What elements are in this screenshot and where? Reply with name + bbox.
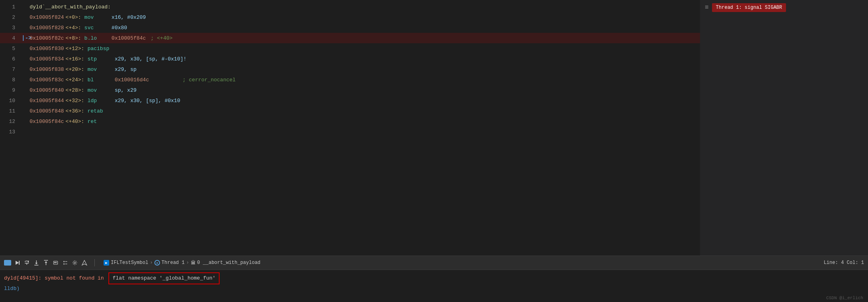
offset-8: <+24>: — [66, 77, 84, 83]
step-over-button[interactable] — [22, 258, 31, 267]
offset-7: <+20>: — [66, 66, 84, 72]
offset-3: <+4>: — [66, 25, 81, 31]
svg-marker-0 — [16, 261, 19, 265]
code-line-6: 6 0x10005f834 <+16>: stp x29, x30, [sp, … — [0, 54, 700, 64]
continue-button[interactable] — [13, 258, 22, 267]
offset-12: <+40>: — [66, 119, 84, 125]
line-num-3: 3 — [3, 25, 15, 31]
svg-point-15 — [64, 264, 65, 265]
operand-4: 0x10005f84c — [112, 35, 146, 41]
code-line-12: 12 0x10005f84c <+40>: ret — [0, 116, 700, 127]
mnemonic-6: stp — [88, 56, 112, 62]
arrow-4: |-> — [22, 35, 30, 41]
mnemonic-11: retab — [88, 108, 112, 114]
location-button[interactable] — [80, 258, 89, 267]
offset-11: <+36>: — [66, 108, 84, 114]
settings-button[interactable] — [70, 258, 79, 267]
code-panel[interactable]: 1 dyld`__abort_with_payload: 2 0x10005f8… — [0, 0, 700, 256]
offset-2: <+0>: — [66, 14, 81, 20]
step-out-button[interactable] — [42, 258, 50, 267]
code-line-8: 8 0x10005f83c <+24>: bl 0x100016d4c ; ce… — [0, 74, 700, 85]
line-num-11: 11 — [3, 108, 15, 114]
svg-marker-6 — [35, 263, 38, 264]
line-num-1: 1 — [3, 4, 15, 10]
step-into-button[interactable] — [32, 258, 41, 267]
line-num-12: 12 — [3, 119, 15, 125]
breadcrumb-thread-label: Thread 1 — [162, 260, 185, 266]
breadcrumb-frame: 🏛 0 __abort_with_payload — [191, 260, 260, 266]
mnemonic-2: mov — [84, 14, 108, 20]
svg-point-18 — [74, 262, 76, 264]
blue-rect-icon[interactable] — [4, 260, 11, 266]
breadcrumb-thread: ● Thread 1 — [154, 260, 185, 266]
console-prompt-text: lldb) — [4, 286, 20, 292]
console-prompt-line: lldb) — [4, 284, 864, 293]
console-error-line: dyld[49415]: symbol not found in flat na… — [4, 272, 864, 284]
mnemonic-10: ldp — [88, 98, 112, 104]
code-line-11: 11 0x10005f848 <+36>: retab — [0, 106, 700, 116]
main-container: 1 dyld`__abort_with_payload: 2 0x10005f8… — [0, 0, 868, 302]
operand-2: x16, #0x209 — [112, 14, 146, 20]
thread-info-badge: Thread 1: signal SIGABR — [712, 3, 786, 12]
svg-rect-13 — [56, 262, 57, 263]
func-label: dyld`__abort_with_payload: — [30, 4, 111, 10]
operand-9: sp, x29 — [115, 87, 137, 93]
code-line-4: 4 |-> 0x10005f82c <+8>: b.lo 0x10005f84c… — [0, 33, 700, 43]
offset-6: <+16>: — [66, 56, 84, 62]
code-line-3: 3 0x10005f828 <+4>: svc #0x80 — [0, 22, 700, 33]
offset-5: <+12>: — [66, 46, 84, 52]
line-num-13: 13 — [3, 129, 15, 135]
hamburger-icon: ≡ — [705, 4, 709, 11]
toolbar-left — [4, 258, 89, 267]
addr-11: 0x10005f848 — [30, 108, 64, 114]
breadcrumb-sep-1: › — [150, 260, 153, 266]
line-col-info: Line: 4 Col: 1 — [824, 260, 864, 266]
operand-7: x29, sp — [115, 66, 137, 72]
operand-3: #0x80 — [112, 25, 127, 31]
addr-4: 0x10005f82c — [30, 35, 64, 41]
mnemonic-12: ret — [88, 119, 112, 125]
toolbar-separator-1 — [94, 259, 95, 266]
thread-info-bar: ≡ Thread 1: signal SIGABR — [705, 3, 786, 12]
view-button[interactable] — [61, 258, 70, 267]
addr-8: 0x10005f83c — [30, 77, 64, 83]
restart-button[interactable] — [51, 258, 60, 267]
offset-10: <+32>: — [66, 98, 84, 104]
code-line-2: 2 0x10005f824 <+0>: mov x16, #0x209 — [0, 12, 700, 22]
breadcrumb: ▶ IFLTestSymbol › ● Thread 1 › 🏛 0 __abo… — [104, 260, 260, 266]
line-num-7: 7 — [3, 66, 15, 72]
offset-9: <+28>: — [66, 87, 84, 93]
line-num-6: 6 — [3, 56, 15, 62]
code-area: 1 dyld`__abort_with_payload: 2 0x10005f8… — [0, 0, 868, 256]
line-num-10: 10 — [3, 98, 15, 104]
svg-marker-9 — [45, 261, 47, 263]
offset-4: <+8>: — [66, 35, 81, 41]
mnemonic-7: mov — [88, 66, 112, 72]
code-line-1: 1 dyld`__abort_with_payload: — [0, 2, 700, 12]
console-area[interactable]: dyld[49415]: symbol not found in flat na… — [0, 270, 868, 302]
addr-6: 0x10005f834 — [30, 56, 64, 62]
toolbar: ▶ IFLTestSymbol › ● Thread 1 › 🏛 0 __abo… — [0, 256, 868, 270]
code-line-13: 13 — [0, 127, 700, 137]
right-panel: ≡ Thread 1: signal SIGABR — [700, 0, 868, 256]
breadcrumb-app-label: IFLTestSymbol — [111, 260, 148, 266]
line-num-9: 9 — [3, 87, 15, 93]
addr-7: 0x10005f838 — [30, 66, 64, 72]
addr-12: 0x10005f84c — [30, 119, 64, 125]
addr-10: 0x10005f844 — [30, 98, 64, 104]
svg-rect-1 — [19, 261, 20, 265]
thread-info-label: Thread 1: signal SIGABR — [716, 5, 782, 10]
addr-5: 0x10005f830 — [30, 46, 64, 52]
operand-10: x29, x30, [sp], #0x10 — [115, 98, 180, 104]
thread-icon: ● — [154, 260, 160, 266]
mnemonic-3: svc — [84, 25, 108, 31]
breadcrumb-frame-label: 0 __abort_with_payload — [197, 260, 260, 266]
line-num-4: 4 — [3, 35, 15, 41]
mnemonic-9: mov — [88, 87, 112, 93]
code-line-9: 9 0x10005f840 <+28>: mov sp, x29 — [0, 85, 700, 95]
line-num-5: 5 — [3, 46, 15, 52]
code-line-7: 7 0x10005f838 <+20>: mov x29, sp — [0, 64, 700, 74]
comment-8: ; cerror_nocancel — [182, 77, 236, 83]
line-num-2: 2 — [3, 14, 15, 20]
svg-marker-19 — [82, 260, 87, 265]
